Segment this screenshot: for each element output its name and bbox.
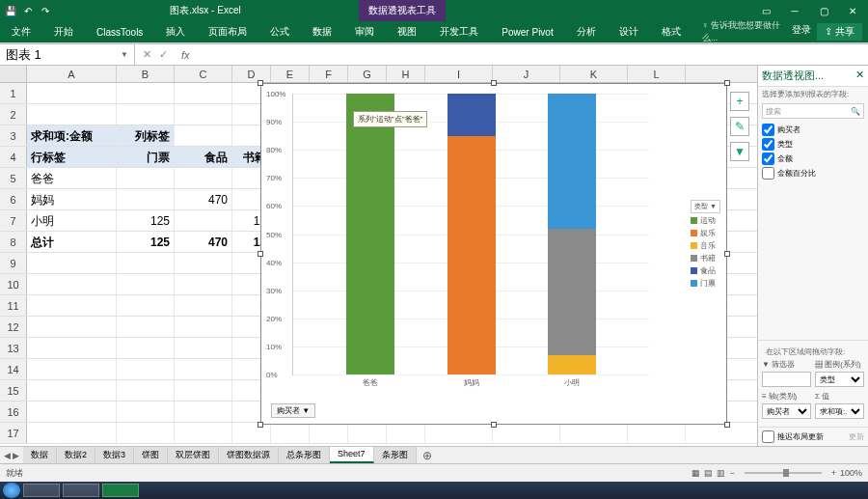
taskbar-item[interactable] xyxy=(63,484,99,497)
cell[interactable] xyxy=(27,359,117,379)
tab-file[interactable]: 文件 xyxy=(0,21,42,42)
tab-analyze[interactable]: 分析 xyxy=(565,21,608,42)
tab-classtools[interactable]: ClassTools xyxy=(85,23,154,42)
row-header[interactable]: 8 xyxy=(0,232,27,252)
cell[interactable] xyxy=(117,104,175,125)
row-header[interactable]: 6 xyxy=(0,189,27,209)
tab-developer[interactable]: 开发工具 xyxy=(428,21,490,42)
column-header[interactable]: D xyxy=(232,66,271,82)
bar-segment[interactable] xyxy=(448,94,496,136)
cell[interactable] xyxy=(27,295,117,316)
cell[interactable] xyxy=(175,295,232,316)
legend-item[interactable]: 娱乐 xyxy=(691,228,720,238)
chart-plot-area[interactable]: 0%10%20%30%40%50%60%70%80%90%100%爸爸妈妈小明 xyxy=(292,94,649,375)
field-item[interactable]: 购买者 xyxy=(762,123,864,137)
taskbar-item-excel[interactable] xyxy=(102,484,139,497)
row-header[interactable]: 16 xyxy=(0,402,27,422)
sheet-tab[interactable]: 饼图 xyxy=(134,447,168,463)
cell[interactable] xyxy=(27,253,117,273)
row-header[interactable]: 10 xyxy=(0,274,27,294)
signin-link[interactable]: 登录 xyxy=(792,23,811,41)
column-header[interactable]: A xyxy=(27,66,117,82)
sheet-tab[interactable]: 饼图数据源 xyxy=(219,447,279,463)
bar-segment[interactable] xyxy=(548,229,596,355)
field-checkbox[interactable] xyxy=(762,124,774,136)
resize-handle[interactable] xyxy=(258,251,263,257)
enter-formula-icon[interactable]: ✓ xyxy=(159,48,168,61)
cell[interactable] xyxy=(175,359,232,379)
cell[interactable] xyxy=(175,274,232,294)
cell[interactable]: 爸爸 xyxy=(27,168,117,188)
cell[interactable] xyxy=(175,402,232,422)
worksheet-grid[interactable]: ABCDEFGHIJKL 123求和项:金额列标签4行标签门票食品书籍5爸爸6妈… xyxy=(0,66,757,446)
resize-handle[interactable] xyxy=(724,251,730,257)
chart-styles-button[interactable]: ✎ xyxy=(730,117,749,136)
row-header[interactable]: 11 xyxy=(0,295,27,316)
cell[interactable] xyxy=(27,338,117,358)
cell[interactable]: 行标签 xyxy=(27,147,117,167)
cell[interactable]: 470 xyxy=(175,189,232,209)
cell[interactable] xyxy=(117,189,175,209)
cell[interactable] xyxy=(117,253,175,273)
sheet-nav-prev[interactable]: ◀ xyxy=(4,451,11,460)
tab-pagelayout[interactable]: 页面布局 xyxy=(197,21,258,42)
column-header[interactable]: B xyxy=(117,66,175,82)
cell[interactable] xyxy=(117,380,175,401)
filters-area[interactable] xyxy=(762,372,811,387)
cell[interactable] xyxy=(348,423,387,443)
zoom-out-icon[interactable]: − xyxy=(729,468,734,478)
field-checkbox[interactable] xyxy=(762,167,774,180)
row-header[interactable]: 13 xyxy=(0,338,27,358)
share-button[interactable]: ⇪ 共享 xyxy=(817,23,862,41)
column-header[interactable]: L xyxy=(628,66,686,82)
row-header[interactable]: 1 xyxy=(0,83,27,103)
defer-checkbox[interactable] xyxy=(762,430,774,443)
cell[interactable]: 妈妈 xyxy=(27,189,117,209)
field-item[interactable]: 金额百分比 xyxy=(762,166,864,180)
column-header[interactable]: J xyxy=(493,66,560,82)
tab-insert[interactable]: 插入 xyxy=(154,21,197,42)
column-header[interactable]: G xyxy=(348,66,387,82)
cell[interactable] xyxy=(27,402,117,422)
cell[interactable] xyxy=(493,423,560,443)
row-header[interactable]: 2 xyxy=(0,104,27,125)
sheet-tab[interactable]: 数据3 xyxy=(95,447,134,463)
pivot-chart-object[interactable]: + ✎ ▼ 0%10%20%30%40%50%60%70%80%90%100%爸… xyxy=(260,83,727,425)
legend-area[interactable]: 类型 xyxy=(815,372,864,387)
tab-data[interactable]: 数据 xyxy=(301,21,343,42)
values-area[interactable]: 求和项:... xyxy=(815,403,864,419)
row-header[interactable]: 4 xyxy=(0,147,27,167)
sheet-tab[interactable]: 数据 xyxy=(23,447,57,463)
cell[interactable] xyxy=(175,317,232,337)
legend-item[interactable]: 音乐 xyxy=(691,240,720,251)
row-header[interactable]: 9 xyxy=(0,253,27,273)
cell[interactable] xyxy=(117,423,175,443)
row-header[interactable]: 7 xyxy=(0,210,27,231)
tell-me-search[interactable]: ♀ 告诉我您想要做什么... xyxy=(692,19,793,44)
legend-item[interactable]: 门票 xyxy=(691,278,720,289)
ribbon-options-icon[interactable]: ▭ xyxy=(752,1,779,20)
resize-handle[interactable] xyxy=(724,80,730,86)
cell[interactable] xyxy=(425,423,493,443)
column-header[interactable]: K xyxy=(560,66,628,82)
bar-segment[interactable] xyxy=(346,94,394,374)
start-button[interactable] xyxy=(3,483,20,498)
cell[interactable] xyxy=(117,402,175,422)
cell[interactable] xyxy=(175,338,232,358)
chart-filter-button[interactable]: ▼ xyxy=(730,142,749,161)
close-icon[interactable]: ✕ xyxy=(839,1,866,20)
bar-segment[interactable] xyxy=(448,136,496,374)
chart-legend[interactable]: 类型 ▼运动娱乐音乐书籍食品门票 xyxy=(691,200,720,291)
cell[interactable] xyxy=(175,125,232,146)
sheet-tab[interactable]: 条形图 xyxy=(374,447,417,463)
cell[interactable] xyxy=(175,168,232,188)
save-icon[interactable]: 💾 xyxy=(4,4,17,17)
minimize-icon[interactable]: ─ xyxy=(781,1,808,20)
tab-design[interactable]: 设计 xyxy=(608,21,650,42)
cell[interactable]: 小明 xyxy=(27,210,117,231)
cell[interactable] xyxy=(175,253,232,273)
field-search-input[interactable]: 搜索🔍 xyxy=(762,103,864,119)
cell[interactable] xyxy=(175,380,232,401)
cell[interactable] xyxy=(232,423,271,443)
cell[interactable] xyxy=(175,210,232,231)
